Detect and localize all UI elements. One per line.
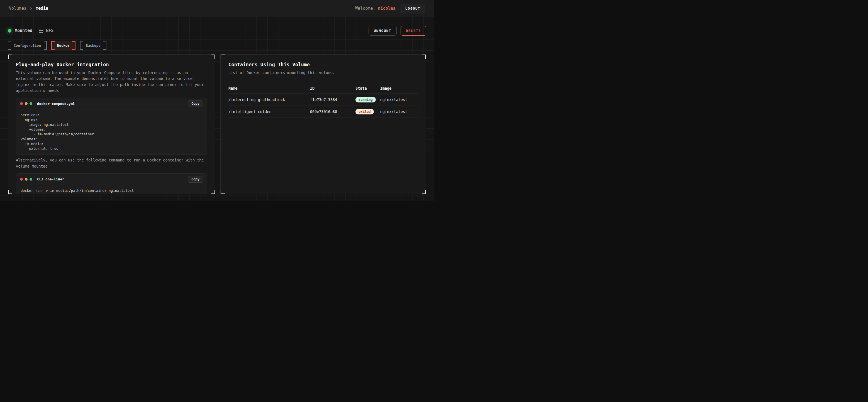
breadcrumb-volumes-link[interactable]: Volumes <box>9 6 27 11</box>
yellow-dot-icon <box>25 102 28 105</box>
container-state: exited <box>355 109 380 114</box>
top-bar-right: Welcome, nicolas LOGOUT <box>355 4 425 13</box>
compose-code-body: services: nginx: image: nginx:latest vol… <box>16 109 207 155</box>
welcome-text: Welcome, nicolas <box>355 6 396 11</box>
tab-configuration[interactable]: Configuration <box>8 41 47 50</box>
panel-corner-decoration <box>211 190 215 194</box>
containers-panel-title: Containers Using This Volume <box>228 62 418 67</box>
volume-actions: UNMOUNT DELETE <box>369 26 426 36</box>
unmount-button[interactable]: UNMOUNT <box>369 26 397 36</box>
tab-backups[interactable]: Backups <box>80 41 106 50</box>
col-header-image: Image <box>380 86 418 91</box>
container-name: /interesting_grothendieck <box>228 97 310 102</box>
traffic-light-dots-icon <box>20 178 32 181</box>
col-header-state: State <box>355 86 380 91</box>
server-stack-icon <box>38 28 44 33</box>
compose-filename: docker-compose.yml <box>37 102 75 106</box>
panel-corner-decoration <box>220 190 225 194</box>
tab-docker[interactable]: Docker <box>51 41 75 50</box>
compose-code-block: docker-compose.yml Copy services: nginx:… <box>16 98 207 155</box>
nfs-type: NFS <box>38 28 54 33</box>
panel-corner-decoration <box>220 54 225 59</box>
panel-corner-decoration <box>422 54 426 59</box>
traffic-light-dots-icon <box>20 102 32 105</box>
col-header-name: Name <box>228 86 310 91</box>
col-header-id: ID <box>310 86 355 91</box>
nfs-label: NFS <box>46 28 54 33</box>
green-dot-icon <box>30 102 32 105</box>
cli-filename: CLI one-liner <box>37 177 64 181</box>
username: nicolas <box>378 6 396 11</box>
table-row: /intelligent_colden 069e73016a88 exited … <box>228 106 418 118</box>
container-image: nginx:latest <box>380 97 418 102</box>
red-dot-icon <box>20 178 23 181</box>
cli-code-body: docker run -v im-media:/path/in/containe… <box>16 185 207 194</box>
docker-panel-description: This volume can be used in your Docker C… <box>16 70 207 94</box>
cli-intro-text: Alternatively, you can use the following… <box>16 157 207 169</box>
copy-compose-button[interactable]: Copy <box>188 100 203 107</box>
containers-table: Name ID State Image /interesting_grothen… <box>228 83 418 118</box>
green-dot-icon <box>30 178 32 181</box>
status-badge: exited <box>355 109 374 114</box>
logout-button[interactable]: LOGOUT <box>401 4 425 13</box>
docker-integration-panel: Plug-and-play Docker integration This vo… <box>8 54 215 194</box>
cli-code-block: CLI one-liner Copy docker run -v im-medi… <box>16 173 207 194</box>
docker-panel-title: Plug-and-play Docker integration <box>16 62 207 67</box>
tab-bar: Configuration Docker Backups <box>8 41 426 50</box>
cli-code: docker run -v im-media:/path/in/containe… <box>21 188 203 193</box>
mounted-status-dot-icon <box>8 29 11 33</box>
panel-corner-decoration <box>8 54 12 59</box>
containers-panel: Containers Using This Volume List of Doc… <box>220 54 426 194</box>
status-badge: running <box>355 97 376 102</box>
delete-button[interactable]: DELETE <box>401 26 426 36</box>
table-row: /interesting_grothendieck f1e73e7f3884 r… <box>228 94 418 106</box>
compose-code: services: nginx: image: nginx:latest vol… <box>21 112 203 151</box>
panel-corner-decoration <box>422 190 426 194</box>
container-name: /intelligent_colden <box>228 109 310 114</box>
container-image: nginx:latest <box>380 109 418 114</box>
volume-status: Mounted NFS <box>8 28 54 33</box>
breadcrumb-current-volume: media <box>36 6 48 11</box>
containers-table-body: /interesting_grothendieck f1e73e7f3884 r… <box>228 94 418 118</box>
container-state: running <box>355 97 380 102</box>
mounted-status-label: Mounted <box>15 28 32 33</box>
main-content: Mounted NFS UNMOUNT DELETE Configuration… <box>0 17 434 201</box>
containers-panel-subtitle: List of Docker containers mounting this … <box>228 70 418 76</box>
container-id: f1e73e7f3884 <box>310 97 355 102</box>
panels: Plug-and-play Docker integration This vo… <box>8 54 426 194</box>
red-dot-icon <box>20 102 23 105</box>
panel-corner-decoration <box>211 54 215 59</box>
status-row: Mounted NFS UNMOUNT DELETE <box>8 26 426 35</box>
containers-table-header: Name ID State Image <box>228 83 418 94</box>
yellow-dot-icon <box>25 178 28 181</box>
panel-corner-decoration <box>8 190 12 194</box>
chevron-right-icon <box>29 7 33 10</box>
cli-code-header: CLI one-liner Copy <box>16 174 207 185</box>
breadcrumb: Volumes media <box>9 6 48 11</box>
container-id: 069e73016a88 <box>310 109 355 114</box>
top-bar: Volumes media Welcome, nicolas LOGOUT <box>0 0 434 17</box>
welcome-prefix: Welcome, <box>355 6 375 11</box>
compose-code-header: docker-compose.yml Copy <box>16 98 207 109</box>
copy-cli-button[interactable]: Copy <box>188 176 203 182</box>
volume-detail-page: Volumes media Welcome, nicolas LOGOUT Mo… <box>0 0 434 201</box>
